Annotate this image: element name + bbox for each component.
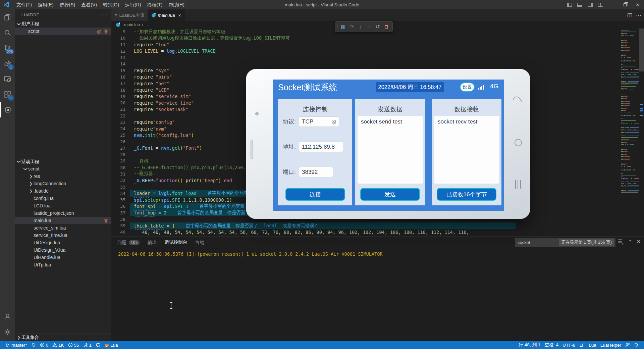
editor-more-actions-icon[interactable]: ··· (636, 12, 641, 18)
tree-item-config.lua[interactable]: config.lua (15, 195, 111, 202)
tree-item-UiHandle.lua[interactable]: UiHandle.lua (15, 254, 111, 261)
minimize-button[interactable] (606, 0, 619, 9)
panel-tab-调试控制台[interactable]: 调试控制台 (165, 237, 187, 248)
statusbar-空格: 4[interactable]: 空格: 4 (542, 341, 560, 349)
input-地址:[interactable]: 112.125.89.8 (299, 142, 343, 152)
menu-文件(F)[interactable]: 文件(F) (13, 0, 35, 9)
panel-tab-问题[interactable]: 问题1K+ (117, 237, 140, 248)
statusbar-fox-item[interactable]: Lua (102, 341, 120, 349)
stop-button[interactable] (382, 22, 391, 31)
textarea-数据接收[interactable]: socket recv test (434, 116, 499, 184)
statusbar-Lua[interactable]: Lua (587, 341, 598, 349)
button-已接收16个字节[interactable]: 已接收16个字节 (437, 188, 496, 201)
statusbar-行 48, 列 1[interactable]: 行 48, 列 1 (517, 341, 543, 349)
maximize-panel-icon[interactable]: ⌃ (629, 239, 632, 244)
restart-button[interactable]: ↺ (373, 22, 382, 31)
statusbar-LF[interactable]: LF (577, 341, 587, 349)
statusbar-warning-item[interactable]: 1K (50, 341, 66, 349)
input-协议:[interactable]: TCP☒ (299, 116, 339, 127)
scrollbar-thumb[interactable] (639, 29, 644, 71)
statusbar-feedback-item[interactable] (623, 341, 632, 349)
clear-console-icon[interactable]: ☰× (618, 239, 624, 245)
trash-icon[interactable] (104, 218, 108, 223)
at-icon[interactable]: @ (97, 29, 101, 34)
toggle-secondary-sidebar-icon[interactable] (588, 3, 593, 7)
tree-item-UiDesign.lua[interactable]: UiDesign.lua (15, 239, 111, 246)
tree-item-service_sim.lua[interactable]: service_sim.lua (15, 224, 111, 232)
tree-item-luatide_project.json[interactable]: luatide_project.json (15, 209, 111, 217)
tree-item-res[interactable]: ❯res (15, 172, 111, 180)
pause-button[interactable] (338, 22, 347, 31)
console-filter-input[interactable]: socket 正在显示第 1 页(共 256 页) (515, 238, 615, 247)
button-连接[interactable]: 连接 (285, 188, 345, 201)
tree-item-LCD.lua[interactable]: LCD.lua (15, 202, 111, 209)
split-editor-icon[interactable] (628, 13, 632, 17)
activity-search-icon[interactable] (0, 25, 15, 40)
code-line-11[interactable]: 11require "log" (111, 42, 644, 48)
toggle-panel-icon[interactable] (577, 3, 582, 7)
activity-luatide-icon[interactable] (0, 102, 15, 117)
sidebar-more-actions-icon[interactable]: ··· (101, 12, 107, 18)
tree-item-UiTp.lua[interactable]: UiTp.lua (15, 261, 111, 268)
statusbar-tools-item[interactable]: 1 (81, 341, 94, 349)
code-line-13[interactable]: 13 (111, 54, 644, 61)
minimap[interactable] (621, 30, 639, 218)
toggle-sidebar-icon[interactable] (567, 3, 572, 7)
settings-button[interactable]: 设置 (460, 83, 475, 92)
menu-选择(S)[interactable]: 选择(S) (57, 0, 78, 9)
step-over-button[interactable]: ↷ (347, 22, 356, 31)
statusbar-UTF-8[interactable]: UTF-8 (560, 341, 577, 349)
panel-tab-终端[interactable]: 终端 (195, 237, 204, 248)
activity-extensions-icon[interactable]: 1 (0, 87, 15, 102)
code-line-39[interactable]: 39thick_table = { 首字母小写的全局变量，你是否漏了 `loca… (111, 222, 644, 229)
step-into-button[interactable]: ↓ (356, 22, 365, 31)
statusbar-info-item[interactable]: 55 (66, 341, 81, 349)
tree-item-main.lua[interactable]: main.lua (15, 217, 111, 224)
trash-icon[interactable] (104, 29, 108, 34)
home-button[interactable] (515, 139, 522, 146)
section-active-project[interactable]: ❯ 活动工程 (15, 158, 111, 165)
restore-button[interactable] (619, 0, 631, 9)
tree-item-script[interactable]: ❯script (15, 165, 111, 172)
code-line-12[interactable]: 12LOG_LEVEL = log.LOGLEVEL_TRACE (111, 48, 644, 54)
code-line-14[interactable]: 14 (111, 61, 644, 67)
tree-item-longConnection[interactable]: ❯longConnection (15, 180, 111, 187)
section-tools[interactable]: ❯ 工具集合 (15, 334, 111, 341)
activity-remote-explorer-icon[interactable] (0, 71, 15, 87)
menu-转到(G)[interactable]: 转到(G) (100, 0, 122, 9)
statusbar-sync-item[interactable] (29, 341, 38, 349)
dropdown-icon[interactable]: ☒ (332, 119, 336, 125)
code-line-10[interactable]: 10--如果关闭调用log模块接口输出的日志，等级设置为log.LOG_SILE… (111, 35, 644, 41)
menu-编辑(E)[interactable]: 编辑(E) (35, 0, 57, 9)
panel-tab-输出[interactable]: 输出 (148, 237, 157, 248)
activity-explorer-icon[interactable] (0, 9, 15, 25)
step-out-button[interactable]: ↑ (365, 22, 373, 31)
statusbar-branch-item[interactable]: master* (3, 341, 29, 349)
activity-settings-icon[interactable] (0, 324, 15, 340)
menu-查看(V)[interactable]: 查看(V) (78, 0, 100, 9)
sidebar-item-script-user[interactable]: script @ (15, 28, 111, 35)
statusbar-bell-item[interactable] (632, 341, 641, 349)
tree-item-service_time.lua[interactable]: service_time.lua (15, 232, 111, 239)
close-panel-icon[interactable]: ✕ (637, 239, 641, 244)
close-tab-icon[interactable]: × (178, 13, 181, 18)
close-button[interactable]: ✕ (631, 0, 644, 9)
statusbar-rocket-item[interactable] (94, 341, 102, 349)
tree-item-UiDesign_V.lua[interactable]: UiDesign_V.lua (15, 246, 111, 254)
customize-layout-icon[interactable] (598, 3, 603, 7)
input-端口:[interactable]: 38392 (299, 167, 333, 177)
drag-handle[interactable]: ⁞⁞ (337, 24, 338, 29)
menu-运行(R)[interactable]: 运行(R) (122, 0, 144, 9)
activity-account-icon[interactable] (0, 309, 15, 324)
activity-run-debug-icon[interactable]: 1 (0, 56, 15, 71)
tree-item-.luatide[interactable]: ❯.luatide (15, 187, 111, 195)
statusbar-LuaHelper[interactable]: LuaHelper (598, 341, 623, 349)
button-发送[interactable]: 发送 (360, 188, 420, 201)
code-line-40[interactable]: 40 40, 46, 48, 54, 54, 54, 54, 54, 54, 5… (111, 229, 644, 235)
section-user-project[interactable]: ❯ 用户工程 (15, 20, 111, 28)
activity-source-control-icon[interactable]: 226 (0, 40, 15, 56)
menu-终端(T)[interactable]: 终端(T) (144, 0, 166, 9)
menu-帮助(H)[interactable]: 帮助(H) (165, 0, 187, 9)
tab-main.lua[interactable]: main.lua× (148, 9, 184, 21)
statusbar-error-item[interactable]: 0 (38, 341, 51, 349)
